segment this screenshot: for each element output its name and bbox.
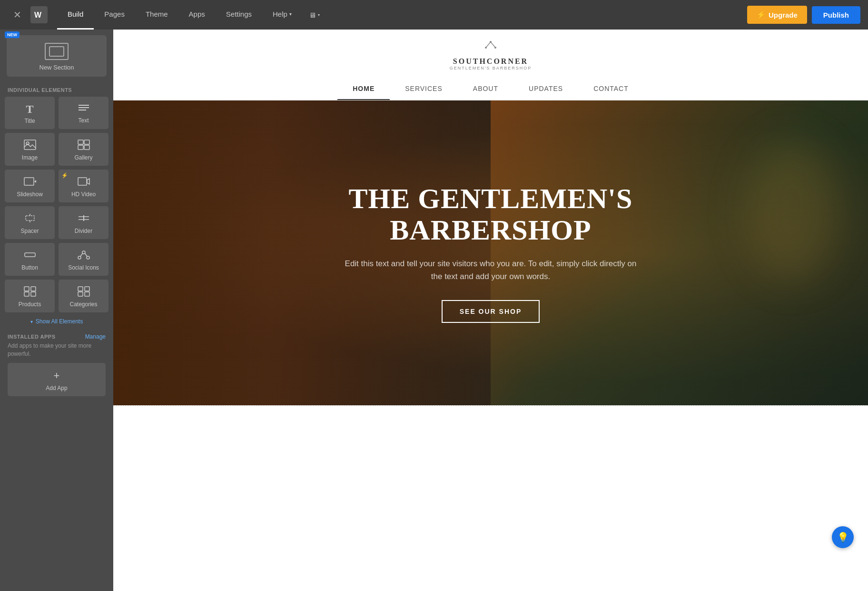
nav-right-actions: ⚡ Upgrade Publish bbox=[747, 6, 860, 24]
hero-subtitle: Edit this text and tell your site visito… bbox=[338, 257, 643, 283]
new-section-block[interactable]: NEW New Section bbox=[7, 35, 107, 77]
svg-rect-32 bbox=[78, 287, 83, 291]
svg-rect-16 bbox=[26, 216, 34, 220]
nav-tab-settings[interactable]: Settings bbox=[216, 0, 262, 30]
svg-rect-10 bbox=[78, 145, 83, 150]
help-dropdown-arrow: ▾ bbox=[289, 11, 292, 17]
nav-tabs: Build Pages Theme Apps Settings Help ▾ 🖥… bbox=[57, 0, 747, 30]
element-slideshow[interactable]: Slideshow bbox=[5, 170, 55, 202]
element-spacer-label: Spacer bbox=[20, 228, 39, 234]
lightning-pro-icon: ⚡ bbox=[61, 172, 68, 179]
element-gallery[interactable]: Gallery bbox=[59, 133, 108, 166]
svg-point-38 bbox=[490, 41, 492, 43]
site-logo-sub: GENTLEMEN'S BARBERSHOP bbox=[450, 66, 532, 70]
section-icon bbox=[45, 43, 69, 60]
svg-rect-8 bbox=[78, 140, 83, 144]
svg-point-23 bbox=[82, 251, 85, 254]
svg-point-40 bbox=[494, 47, 496, 49]
element-image[interactable]: Image bbox=[5, 133, 55, 166]
element-social[interactable]: Social Icons bbox=[59, 243, 108, 276]
nav-tab-theme[interactable]: Theme bbox=[135, 0, 178, 30]
show-all-elements-button[interactable]: ▾ Show All Elements bbox=[0, 312, 113, 327]
button-element-icon bbox=[24, 250, 36, 261]
element-spacer[interactable]: Spacer bbox=[5, 206, 55, 239]
title-element-icon: T bbox=[26, 103, 33, 115]
main-layout: NEW New Section Individual Elements T Ti… bbox=[0, 30, 868, 591]
top-navbar: ✕ W Build Pages Theme Apps Settings Help… bbox=[0, 0, 868, 30]
desktop-icon: 🖥 bbox=[309, 11, 316, 19]
svg-point-24 bbox=[78, 256, 81, 259]
nav-tab-help[interactable]: Help ▾ bbox=[262, 0, 302, 30]
hero-cta-button[interactable]: SEE OUR SHOP bbox=[442, 300, 540, 323]
manage-link[interactable]: Manage bbox=[85, 333, 106, 340]
close-button[interactable]: ✕ bbox=[8, 5, 27, 24]
element-hdvideo-label: HD Video bbox=[71, 191, 96, 198]
element-products-label: Products bbox=[19, 301, 41, 308]
svg-marker-15 bbox=[87, 179, 89, 184]
products-element-icon bbox=[24, 286, 36, 298]
site-nav-about[interactable]: ABOUT bbox=[458, 78, 513, 100]
hero-title: THE GENTLEMEN'S BARBERSHOP bbox=[338, 183, 643, 246]
site-logo-text: SOUTHCORNER bbox=[453, 57, 528, 66]
element-image-label: Image bbox=[22, 154, 38, 161]
publish-button[interactable]: Publish bbox=[812, 6, 860, 24]
element-slideshow-label: Slideshow bbox=[17, 191, 43, 198]
element-title[interactable]: T Title bbox=[5, 97, 55, 129]
svg-rect-34 bbox=[78, 292, 83, 296]
site-navigation: HOME SERVICES ABOUT UPDATES CONTACT bbox=[113, 78, 868, 100]
element-button[interactable]: Button bbox=[5, 243, 55, 276]
text-element-icon bbox=[78, 103, 90, 114]
installed-apps-section: Installed Apps Manage Add apps to make y… bbox=[0, 327, 113, 396]
add-app-plus-icon: + bbox=[54, 370, 60, 382]
site-nav-services[interactable]: SERVICES bbox=[390, 78, 458, 100]
help-float-button[interactable]: 💡 bbox=[832, 526, 854, 548]
site-logo: SOUTHCORNER GENTLEMEN'S BARBERSHOP bbox=[113, 41, 868, 70]
svg-rect-31 bbox=[31, 292, 36, 296]
categories-element-icon bbox=[78, 286, 90, 298]
add-app-label: Add App bbox=[46, 385, 67, 391]
spacer-element-icon bbox=[24, 213, 36, 225]
site-logo-icon bbox=[479, 41, 503, 55]
upgrade-button[interactable]: ⚡ Upgrade bbox=[747, 6, 807, 24]
site-nav-updates[interactable]: UPDATES bbox=[513, 78, 578, 100]
element-title-label: Title bbox=[24, 118, 35, 124]
svg-rect-22 bbox=[25, 253, 35, 257]
svg-text:W: W bbox=[34, 11, 42, 19]
elements-grid: T Title Text Image bbox=[0, 97, 113, 312]
site-header: SOUTHCORNER GENTLEMEN'S BARBERSHOP HOME … bbox=[113, 30, 868, 100]
add-app-button[interactable]: + Add App bbox=[8, 363, 106, 396]
installed-apps-description: Add apps to make your site more powerful… bbox=[8, 342, 106, 358]
element-hdvideo[interactable]: ⚡ HD Video bbox=[59, 170, 108, 202]
site-nav-contact[interactable]: CONTACT bbox=[578, 78, 644, 100]
gallery-element-icon bbox=[78, 140, 90, 151]
element-social-label: Social Icons bbox=[68, 264, 99, 271]
svg-line-36 bbox=[486, 42, 491, 48]
element-categories[interactable]: Categories bbox=[59, 280, 108, 312]
svg-rect-35 bbox=[85, 292, 89, 296]
help-bulb-icon: 💡 bbox=[837, 531, 849, 543]
nav-tab-build[interactable]: Build bbox=[57, 0, 94, 30]
svg-point-25 bbox=[87, 256, 89, 259]
individual-elements-title: Individual Elements bbox=[0, 82, 113, 97]
nav-tab-apps[interactable]: Apps bbox=[178, 0, 216, 30]
site-nav-home[interactable]: HOME bbox=[337, 78, 390, 100]
sidebar: NEW New Section Individual Elements T Ti… bbox=[0, 30, 113, 591]
svg-marker-13 bbox=[34, 180, 36, 183]
svg-rect-11 bbox=[84, 145, 89, 150]
device-toggle[interactable]: 🖥 ▾ bbox=[302, 0, 326, 30]
weebly-logo: W bbox=[30, 6, 48, 23]
element-categories-label: Categories bbox=[69, 301, 97, 308]
svg-line-37 bbox=[491, 42, 495, 48]
element-text[interactable]: Text bbox=[59, 97, 108, 129]
nav-tab-pages[interactable]: Pages bbox=[94, 0, 135, 30]
element-gallery-label: Gallery bbox=[74, 154, 92, 161]
svg-rect-33 bbox=[85, 287, 89, 291]
element-products[interactable]: Products bbox=[5, 280, 55, 312]
new-badge: NEW bbox=[5, 31, 20, 38]
hdvideo-element-icon bbox=[78, 176, 90, 188]
svg-rect-12 bbox=[24, 178, 34, 185]
canvas-area: SOUTHCORNER GENTLEMEN'S BARBERSHOP HOME … bbox=[113, 30, 868, 591]
new-section-label: New Section bbox=[11, 64, 102, 71]
device-dropdown-arrow: ▾ bbox=[318, 13, 320, 17]
element-divider[interactable]: Divider bbox=[59, 206, 108, 239]
